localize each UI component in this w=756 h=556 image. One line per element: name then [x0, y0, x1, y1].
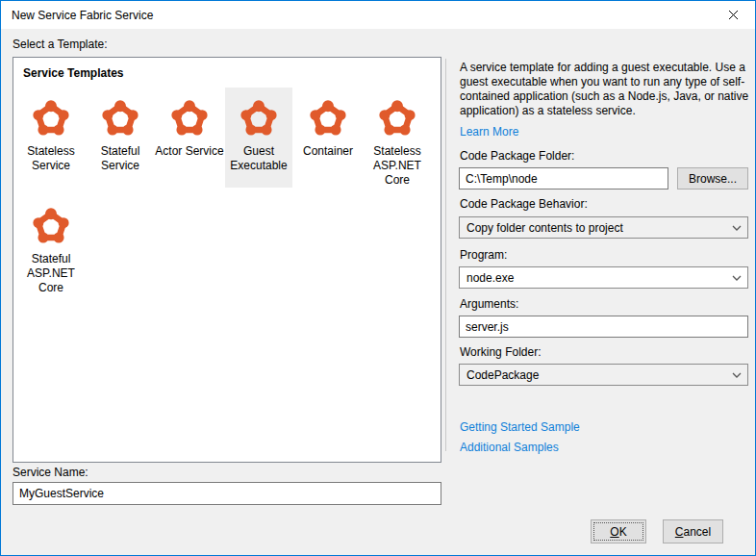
- working-folder-label: Working Folder:: [460, 345, 541, 359]
- ok-button[interactable]: OK: [591, 519, 646, 543]
- pane-separator: [445, 59, 446, 451]
- code-package-behavior-value: Copy folder contents to project: [466, 221, 728, 235]
- service-fabric-icon: [376, 97, 418, 139]
- template-tile-stateful-aspnet-core[interactable]: Stateful ASP.NET Core: [17, 195, 85, 295]
- service-fabric-icon: [307, 97, 349, 139]
- title-bar[interactable]: New Service Fabric Service: [1, 1, 755, 29]
- template-tile-label: Stateful ASP.NET Core: [27, 252, 75, 295]
- cancel-button[interactable]: Cancel: [663, 519, 723, 543]
- select-template-label: Select a Template:: [13, 38, 108, 51]
- template-tile-label: Actor Service: [155, 144, 223, 159]
- close-icon: [728, 10, 739, 20]
- arguments-label: Arguments:: [460, 297, 518, 311]
- service-fabric-icon: [30, 205, 72, 247]
- program-value: node.exe: [466, 271, 728, 285]
- chevron-down-icon: [732, 274, 742, 282]
- new-service-fabric-service-dialog: New Service Fabric Service Select a Temp…: [0, 0, 756, 556]
- service-name-label: Service Name:: [13, 466, 88, 479]
- working-folder-value: CodePackage: [466, 368, 728, 382]
- template-tile-label: Stateful Service: [101, 144, 140, 173]
- code-package-folder-input[interactable]: [459, 167, 668, 190]
- template-listbox: Service Templates Stateless Service: [13, 57, 441, 463]
- template-tile-label: Container: [303, 144, 353, 159]
- template-row-2: Stateful ASP.NET Core: [17, 195, 441, 295]
- program-dropdown[interactable]: node.exe: [459, 266, 748, 289]
- template-tile-actor-service[interactable]: Actor Service: [156, 88, 223, 188]
- template-tile-stateful-service[interactable]: Stateful Service: [87, 88, 154, 188]
- code-package-behavior-dropdown[interactable]: Copy folder contents to project: [459, 216, 748, 239]
- template-tile-label: Guest Executable: [230, 144, 287, 173]
- template-tile-container[interactable]: Container: [294, 88, 362, 188]
- program-label: Program:: [460, 248, 507, 262]
- template-tile-stateless-service[interactable]: Stateless Service: [17, 88, 85, 188]
- learn-more-link[interactable]: Learn More: [460, 125, 518, 139]
- template-description: A service template for adding a guest ex…: [460, 61, 750, 118]
- service-fabric-icon: [30, 97, 72, 139]
- close-button[interactable]: [711, 1, 755, 29]
- code-package-behavior-label: Code Package Behavior:: [460, 197, 588, 211]
- service-fabric-icon: [168, 97, 211, 139]
- window-title: New Service Fabric Service: [12, 9, 153, 22]
- template-row-1: Stateless Service Stateful Service: [17, 88, 441, 188]
- browse-button[interactable]: Browse...: [677, 167, 748, 190]
- code-package-folder-label: Code Package Folder:: [460, 149, 574, 163]
- additional-samples-link[interactable]: Additional Samples: [460, 441, 559, 454]
- template-tile-guest-executable[interactable]: Guest Executable: [225, 88, 292, 188]
- chevron-down-icon: [732, 224, 742, 232]
- arguments-input[interactable]: [459, 316, 748, 338]
- template-group-title: Service Templates: [13, 58, 441, 80]
- service-fabric-icon: [238, 97, 280, 139]
- template-tile-label: Stateless Service: [27, 144, 74, 173]
- template-tile-stateless-aspnet-core[interactable]: Stateless ASP.NET Core: [364, 88, 431, 188]
- service-fabric-icon: [99, 97, 141, 139]
- working-folder-dropdown[interactable]: CodePackage: [459, 364, 748, 386]
- getting-started-sample-link[interactable]: Getting Started Sample: [460, 420, 580, 434]
- chevron-down-icon: [732, 371, 742, 379]
- service-name-input[interactable]: [13, 482, 441, 505]
- template-tile-label: Stateless ASP.NET Core: [373, 144, 421, 188]
